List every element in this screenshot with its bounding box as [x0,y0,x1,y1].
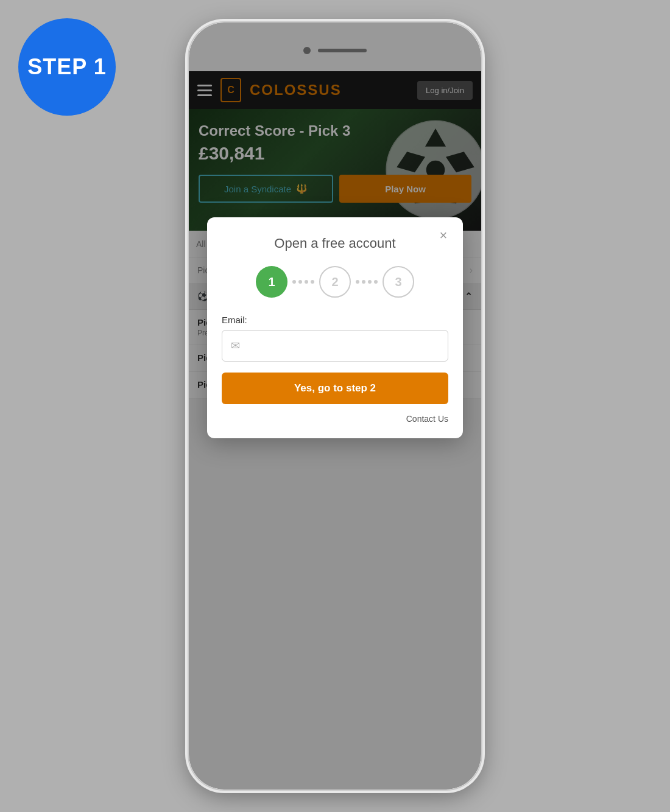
email-input-wrapper: ✉ [222,330,448,362]
modal: × Open a free account 1 2 [207,217,463,438]
phone-frame: C COLOSSUS Log in/Join Correct Score - P… [189,23,481,789]
email-label: Email: [222,315,448,325]
step-3-circle: 3 [383,266,414,298]
email-field[interactable] [246,340,439,351]
phone-screen: C COLOSSUS Log in/Join Correct Score - P… [189,23,481,789]
step-1-circle: 1 [256,266,287,298]
contact-us-link[interactable]: Contact Us [222,414,448,424]
step-dots-1 [292,280,314,284]
go-to-step2-button[interactable]: Yes, go to step 2 [222,373,448,404]
modal-overlay: × Open a free account 1 2 [189,23,481,789]
envelope-icon: ✉ [231,339,240,352]
modal-title: Open a free account [222,236,448,251]
step-dots-2 [356,280,378,284]
step-indicators: 1 2 [222,266,448,298]
step-badge-text: STEP 1 [27,54,106,80]
step-badge: STEP 1 [18,18,116,116]
modal-close-button[interactable]: × [435,227,452,244]
step-2-circle: 2 [319,266,351,298]
